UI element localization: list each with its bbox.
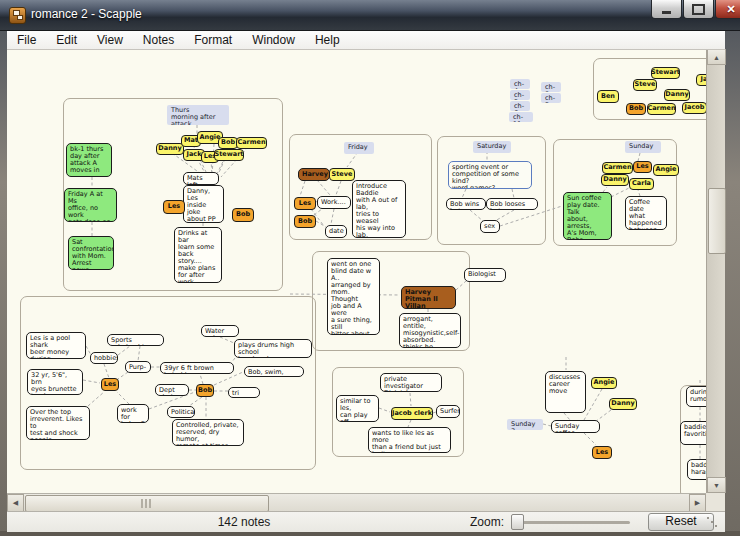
menu-item-help[interactable]: Help [305, 31, 350, 49]
note-danny-1[interactable]: Danny [156, 143, 184, 155]
title-bar[interactable]: romance 2 - Scapple ✕ [0, 0, 740, 31]
note-ch-5-43[interactable]: ch-5 [541, 93, 561, 103]
note-carla-35[interactable]: Carla [629, 178, 654, 190]
note-mats-loft-9[interactable]: Mats loft [183, 172, 219, 185]
maximize-button[interactable] [683, 0, 714, 19]
note-jacob-clerk-75[interactable]: Jacob clerk [391, 407, 433, 420]
note-sporting-event-or-26[interactable]: sporting event or competition of some ki… [448, 161, 532, 189]
note-tri-athalon-68[interactable]: tri athalon [228, 387, 260, 398]
note-similar-to-les-74[interactable]: similar to les, can play off each other [336, 395, 379, 422]
reset-button[interactable]: Reset [648, 513, 714, 531]
note-steve-19[interactable]: Steve [329, 168, 355, 181]
note-plays-drums-high-64[interactable]: plays drums high school band and garage … [234, 339, 312, 358]
note-friday-a-at-15[interactable]: Friday A at Ms office, no work gets done… [64, 188, 117, 222]
note-carmen-31[interactable]: Carmen [602, 162, 633, 174]
note-bob-67[interactable]: Bob [196, 384, 214, 397]
note-les-61[interactable]: Les [101, 378, 119, 391]
note-introduce-baddie-with-24[interactable]: Introduce Baddie with A out of lab, trie… [352, 180, 406, 238]
scroll-up-button[interactable]: ▲ [707, 49, 726, 65]
note-les-83[interactable]: Les [592, 446, 612, 459]
note-ch-4-38[interactable]: ch-4 [510, 79, 530, 89]
horizontal-scrollbar-thumb[interactable] [25, 495, 269, 512]
note-ch-5-39[interactable]: ch-5 [510, 90, 530, 100]
note-bob-4[interactable]: Bob [218, 137, 238, 149]
note-les-32[interactable]: Les [633, 161, 652, 173]
note-coffee-date-what-37[interactable]: Coffee date what happened between L-B [625, 196, 667, 230]
note-danny-48[interactable]: Danny [664, 89, 690, 101]
note-purp-p-59[interactable]: Purp-p [125, 361, 151, 373]
note-stewart-8[interactable]: Stewart [214, 149, 244, 161]
note-jacob-51[interactable]: Jacob [682, 102, 707, 114]
note-bob-49[interactable]: Bob [626, 103, 646, 115]
note-arrogant-entitle-misogynistic-55[interactable]: arrogant, entitle, misogynistic,self- ab… [399, 313, 461, 348]
note-danny-34[interactable]: Danny [601, 174, 629, 186]
note-sunday-30[interactable]: Sunday [625, 141, 661, 153]
zoom-slider-thumb[interactable] [511, 514, 524, 530]
note-angie-33[interactable]: Angie [653, 164, 679, 176]
note-sat-confrontation-with-16[interactable]: Sat confrontation with Mom. Arrest news [68, 236, 114, 270]
note-carmen-50[interactable]: Carmen [647, 103, 676, 115]
note-steve-45[interactable]: Steve [633, 79, 657, 91]
menu-item-window[interactable]: Window [242, 31, 305, 49]
scroll-left-button[interactable]: ◀ [7, 494, 24, 512]
note-date-23[interactable]: date [325, 225, 347, 238]
scroll-right-button[interactable]: ▶ [689, 494, 706, 512]
note-over-the-top-72[interactable]: Over the top irreverent. Likes to test a… [26, 406, 90, 440]
note-bob-looses-bet-28[interactable]: Bob looses bet.. [486, 198, 538, 210]
menu-item-edit[interactable]: Edit [46, 31, 87, 49]
note-bob-swim-bike-65[interactable]: Bob, swim, bike, run [244, 366, 304, 377]
note-carmen-5[interactable]: Carmen [236, 137, 267, 149]
note-drinks-at-bar-13[interactable]: Drinks at bar learn some back story.... … [174, 227, 222, 283]
note-biologist-54[interactable]: Biologist [464, 268, 506, 282]
vertical-scrollbar-thumb[interactable] [708, 188, 726, 254]
note-sunday-3-81[interactable]: Sunday 3 [507, 419, 543, 430]
note-bob-21[interactable]: Bob [294, 215, 316, 228]
note-bob-12[interactable]: Bob [232, 208, 254, 222]
note-saturday-25[interactable]: Saturday [473, 141, 511, 153]
zoom-slider-track[interactable] [512, 521, 630, 524]
note-bk-1-thurs-14[interactable]: bk-1 thurs day after attack A moves in [66, 143, 112, 177]
note-les-is-a-56[interactable]: Les is a pool shark beer money during co… [26, 332, 86, 359]
horizontal-scrollbar[interactable]: ◀ ▶ [7, 493, 706, 511]
note-wants-to-like-77[interactable]: wants to like les as more than a friend … [368, 427, 451, 453]
note-thurs-morning-after-0[interactable]: Thurs morning after attack [167, 105, 229, 125]
scroll-down-button[interactable]: ▼ [707, 477, 726, 493]
note-sports-scholarship-57[interactable]: Sports scholarship [107, 334, 164, 346]
note-surfer-76[interactable]: Surfer [436, 405, 460, 418]
note-friday-17[interactable]: Friday [344, 142, 374, 154]
note-ch-9-42[interactable]: ch-9 [541, 82, 561, 92]
note-32-yr-5-60[interactable]: 32 yr, 5'6", brn eyes brunette tomboy [27, 369, 83, 395]
menu-item-view[interactable]: View [87, 31, 133, 49]
note-les-20[interactable]: Les [294, 197, 316, 210]
note-angie-79[interactable]: Angie [591, 377, 617, 389]
note-hobbies-58[interactable]: hobbies [90, 352, 118, 364]
note-went-on-one-52[interactable]: went on one blind date w A.. arranged by… [327, 258, 380, 335]
minimize-button[interactable] [651, 0, 682, 19]
menu-item-file[interactable]: File [7, 31, 46, 49]
note-private-investigator-dick-73[interactable]: private investigator Dick jokes [380, 373, 442, 392]
note-work-for-bob-71[interactable]: work for bob +3 yr [117, 404, 149, 423]
note-controlled-private-reserved-70[interactable]: Controlled, private, reserved, dry humor… [172, 419, 244, 446]
close-button[interactable]: ✕ [715, 0, 740, 19]
note-danny-80[interactable]: Danny [609, 398, 637, 410]
note-les-11[interactable]: Les [163, 200, 185, 214]
menu-item-notes[interactable]: Notes [133, 31, 184, 49]
note-39yr-6-ft-62[interactable]: 39yr 6 ft brown hair, blue [160, 362, 234, 374]
note-discusses-career-move-78[interactable]: discusses career move [545, 371, 586, 413]
note-dept-chair-66[interactable]: Dept chair [155, 384, 189, 396]
note-water-polo-63[interactable]: Water polo [201, 325, 239, 337]
note-political-69[interactable]: Political [167, 406, 195, 418]
note-danny-les-inside-10[interactable]: Danny, Les inside joke about PP bob curi… [183, 185, 224, 223]
note-sun-coffee-play-36[interactable]: Sun coffee play date. Talk about, arrest… [563, 192, 612, 240]
note-ch-11-41[interactable]: ch-11 [509, 112, 533, 122]
note-sex-29[interactable]: sex [480, 220, 500, 233]
note-stewart-46[interactable]: Stewart [651, 67, 680, 79]
resize-grip[interactable] [707, 517, 709, 519]
note-sunday-coffee-82[interactable]: Sunday coffee [551, 420, 600, 433]
note-work-22[interactable]: Work.... [317, 196, 351, 209]
note-bob-wins-bet-27[interactable]: Bob wins bet [446, 198, 486, 210]
vertical-scrollbar[interactable]: ▲ ▼ [706, 49, 725, 493]
note-ben-44[interactable]: Ben [597, 90, 619, 103]
note-harvey-pitman-ll-53[interactable]: Harvey Pitman ll Villan [401, 286, 456, 309]
note-harvey-18[interactable]: Harvey [298, 168, 330, 181]
